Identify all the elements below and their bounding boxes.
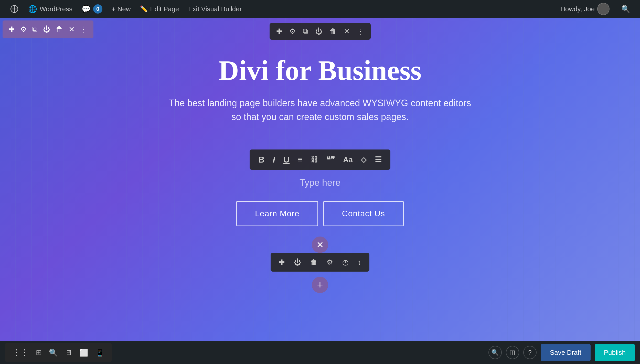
bottom-power-btn[interactable]: ⏻ <box>290 255 305 269</box>
comments-item[interactable]: 💬 0 <box>77 0 107 18</box>
corner-toolbar: ✚ ⚙ ⧉ ⏻ 🗑 ✕ ⋮ <box>3 20 93 38</box>
quote-btn[interactable]: ❝❞ <box>322 152 339 167</box>
bottom-history-btn[interactable]: ◷ <box>338 255 353 269</box>
bottom-dots-btn[interactable]: ⋮⋮ <box>9 346 32 359</box>
close-icon: ✕ <box>316 240 324 250</box>
contact-us-button[interactable]: Contact Us <box>323 201 404 226</box>
hero-section: Divi for Business The best landing page … <box>0 40 640 149</box>
help-icon-btn[interactable]: ? <box>523 346 537 359</box>
module-power-btn[interactable]: ⏻ <box>312 25 325 38</box>
corner-power-btn[interactable]: ⏻ <box>40 23 53 36</box>
bottom-settings-btn[interactable]: ⚙ <box>323 255 337 269</box>
learn-more-button[interactable]: Learn More <box>236 201 318 226</box>
corner-close-btn[interactable]: ✕ <box>66 23 77 36</box>
module-close-btn[interactable]: ✕ <box>341 25 353 38</box>
wp-logo-item[interactable] <box>5 0 24 18</box>
corner-add-btn[interactable]: ✚ <box>6 23 17 36</box>
page-content: ✚ ⚙ ⧉ ⏻ 🗑 ✕ ⋮ Divi for Business The best… <box>0 18 640 364</box>
howdy-item[interactable]: Howdy, Joe <box>556 0 614 18</box>
bottom-mobile-btn[interactable]: 📱 <box>92 346 108 359</box>
hero-title: Divi for Business <box>10 55 630 86</box>
corner-more-btn[interactable]: ⋮ <box>78 23 90 36</box>
search-icon-btn[interactable]: 🔍 <box>488 346 502 359</box>
hero-subtitle: The best landing page builders have adva… <box>166 96 474 124</box>
corner-copy-btn[interactable]: ⧉ <box>30 23 40 36</box>
bold-btn[interactable]: B <box>254 152 269 167</box>
new-content-item[interactable]: + New <box>107 0 135 18</box>
top-module-toolbar: ✚ ⚙ ⧉ ⏻ 🗑 ✕ ⋮ <box>270 23 371 40</box>
cta-buttons: Learn More Contact Us <box>236 201 404 226</box>
save-draft-button[interactable]: Save Draft <box>541 344 591 361</box>
publish-button[interactable]: Publish <box>595 344 635 361</box>
bottom-layout-btn[interactable]: ⊞ <box>33 346 45 359</box>
module-add-btn[interactable]: ✚ <box>273 25 285 38</box>
plus-icon: + <box>317 280 323 290</box>
comment-count-badge: 0 <box>93 4 102 14</box>
bottom-resize-btn[interactable]: ↕ <box>354 256 365 269</box>
bottom-add-btn[interactable]: ✚ <box>275 255 289 269</box>
layers-icon-btn[interactable]: ◫ <box>506 346 519 359</box>
italic-btn[interactable]: I <box>269 152 279 167</box>
type-here-area[interactable]: Type here <box>300 177 340 188</box>
avatar <box>597 3 610 15</box>
font-btn[interactable]: Aa <box>339 153 357 167</box>
link-btn[interactable]: ⛓ <box>307 153 322 166</box>
bottom-search-btn[interactable]: 🔍 <box>46 346 61 359</box>
bottom-bar-right-tools: 🔍 ◫ ? Save Draft Publish <box>488 344 635 361</box>
bottom-bar-left-tools: ⋮⋮ ⊞ 🔍 🖥 ⬜ 📱 <box>5 343 112 362</box>
bottom-desktop-btn[interactable]: 🖥 <box>62 346 75 359</box>
admin-bar: 🌐 WordPress 💬 0 + New ✏️ Edit Page Exit … <box>0 0 640 18</box>
module-delete-btn[interactable]: 🗑 <box>326 25 340 38</box>
module-more-btn[interactable]: ⋮ <box>354 25 367 38</box>
clear-format-btn[interactable]: ◇ <box>357 153 371 166</box>
bottom-delete-btn[interactable]: 🗑 <box>306 255 322 269</box>
add-row-button[interactable]: + <box>312 277 328 293</box>
wp-site-item[interactable]: 🌐 WordPress <box>24 0 77 18</box>
align-btn[interactable]: ≡ <box>294 152 307 167</box>
exit-builder-item[interactable]: Exit Visual Builder <box>184 0 246 18</box>
module-copy-btn[interactable]: ⧉ <box>300 25 311 38</box>
bottom-module-toolbar: ✚ ⏻ 🗑 ⚙ ◷ ↕ <box>271 253 369 272</box>
bottom-bar: ⋮⋮ ⊞ 🔍 🖥 ⬜ 📱 🔍 ◫ ? Save Draft Publish <box>0 341 640 364</box>
module-settings-btn[interactable]: ⚙ <box>286 25 299 38</box>
search-bar-item[interactable]: 🔍 <box>617 0 635 18</box>
underline-btn[interactable]: U <box>279 152 294 167</box>
list-btn[interactable]: ☰ <box>371 153 386 167</box>
corner-delete-btn[interactable]: 🗑 <box>53 23 66 36</box>
text-editor-toolbar: B I U ≡ ⛓ ❝❞ Aa ◇ ☰ <box>250 149 391 170</box>
edit-page-item[interactable]: ✏️ Edit Page <box>135 0 184 18</box>
close-section-button[interactable]: ✕ <box>312 237 328 253</box>
admin-bar-right: Howdy, Joe 🔍 <box>556 0 635 18</box>
type-here-text: Type here <box>300 177 340 188</box>
bottom-tablet-btn[interactable]: ⬜ <box>76 346 91 359</box>
corner-settings-btn[interactable]: ⚙ <box>18 23 29 36</box>
